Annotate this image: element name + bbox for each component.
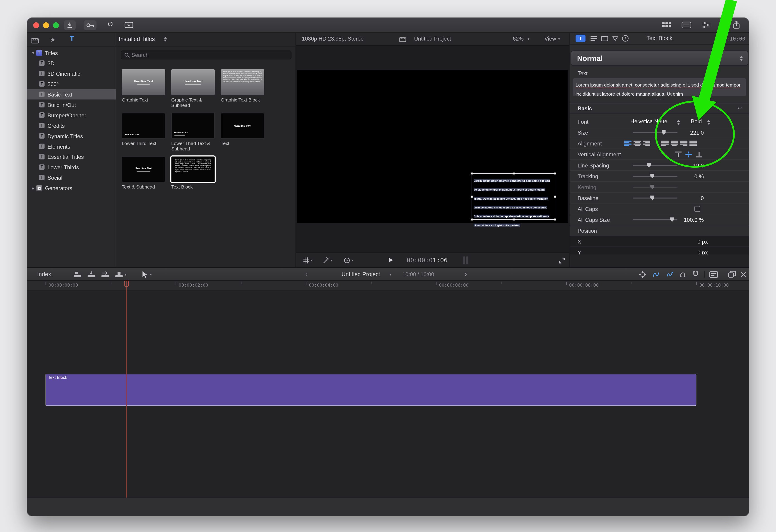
text-value-field[interactable]: Lorem ipsum dolor sit amet, consectetur …	[573, 78, 746, 96]
inspector-view-toggle[interactable]	[701, 21, 711, 31]
selection-handle[interactable]	[471, 172, 473, 175]
installed-titles-dropdown[interactable]: Installed Titles	[119, 36, 155, 42]
title-card-graphic-text[interactable]: Headline Text Graphic Text	[122, 69, 167, 103]
sidebar-item-lower-thirds[interactable]: TLower Thirds	[27, 162, 116, 172]
selection-handle[interactable]	[554, 196, 556, 198]
sidebar-item-dynamic-titles[interactable]: TDynamic Titles	[27, 131, 116, 141]
previous-project-button[interactable]: ‹	[305, 270, 308, 278]
sidebar-item-bumper-opener[interactable]: TBumper/Opener	[27, 110, 116, 120]
title-card-text[interactable]: Headline Text Text	[221, 113, 266, 146]
select-tool-button[interactable]	[141, 271, 149, 278]
overwrite-clip-button[interactable]	[115, 271, 123, 278]
sidebar-item-titles-root[interactable]: ▾ T Titles	[27, 47, 116, 58]
slider-knob[interactable]	[670, 217, 674, 222]
fullscreen-button[interactable]	[559, 257, 565, 266]
align-right-button[interactable]	[643, 141, 650, 146]
solo-toggle[interactable]	[679, 271, 687, 278]
y-value[interactable]: 0 px	[698, 249, 708, 254]
canvas-text-block[interactable]: Lorem ipsum dolor sit amet, consectetur …	[471, 173, 555, 220]
timeline-clip-text-block[interactable]: Text Block	[45, 374, 696, 406]
preset-dropdown[interactable]: Normal	[571, 50, 748, 66]
title-card-text-block-selected[interactable]: Lorem ipsum dolor sit amet, consectetur …	[171, 156, 217, 190]
skimming-toggle[interactable]	[652, 271, 660, 278]
browser-view-toggle[interactable]	[661, 21, 671, 31]
line-spacing-slider[interactable]	[633, 165, 678, 166]
sidebar-item-basic-text[interactable]: TBasic Text	[27, 89, 116, 100]
tracking-slider[interactable]	[633, 176, 678, 177]
sidebar-item-build-in-out[interactable]: TBuild In/Out	[27, 100, 116, 110]
retime-tool-button[interactable]	[343, 257, 350, 266]
titles-generators-tab[interactable]: T	[70, 35, 74, 43]
sidebar-item-essential-titles[interactable]: TEssential Titles	[27, 152, 116, 162]
timeline-ruler[interactable]: 00:00:00:00 00:00:02:00 00:00:04:00 00:0…	[27, 281, 749, 291]
title-card-text-subhead[interactable]: Headline Text Text & Subhead	[122, 156, 167, 190]
disclosure-open-icon[interactable]: ▾	[30, 50, 36, 55]
size-slider[interactable]	[633, 132, 678, 133]
close-timeline-icon[interactable]	[741, 271, 747, 278]
viewer-canvas[interactable]: Lorem ipsum dolor sit amet, consectetur …	[297, 70, 568, 223]
all-caps-size-slider[interactable]	[633, 219, 678, 220]
align-left-button[interactable]	[624, 141, 631, 146]
playhead-line[interactable]	[126, 281, 127, 498]
sidebar-item-credits[interactable]: TCredits	[27, 120, 116, 131]
media-tab[interactable]	[31, 37, 39, 45]
disclosure-closed-icon[interactable]: ▸	[30, 185, 36, 190]
zoom-button[interactable]	[53, 22, 59, 28]
search-input[interactable]	[131, 52, 288, 58]
timeline-track-area[interactable]: Text Block	[27, 291, 749, 498]
video-inspector-tab-icon[interactable]	[601, 36, 608, 41]
baseline-slider[interactable]	[633, 198, 678, 198]
photos-audio-tab[interactable]: ★	[50, 36, 56, 43]
duplicate-timeline-icon[interactable]	[728, 271, 736, 278]
color-inspector-tab-icon[interactable]	[612, 36, 619, 41]
slider-knob[interactable]	[650, 196, 654, 200]
slider-knob[interactable]	[650, 174, 654, 178]
selection-handle[interactable]	[513, 172, 515, 175]
selection-handle[interactable]	[513, 218, 515, 221]
selection-handle[interactable]	[471, 218, 473, 221]
title-card-graphic-text-block[interactable]: Lorem ipsum dolor sit amet, consectetur …	[221, 69, 266, 103]
audio-meters[interactable]	[463, 256, 468, 264]
baseline-value[interactable]: 0	[701, 195, 704, 201]
selection-handle[interactable]	[554, 172, 556, 175]
valign-top-button[interactable]	[674, 152, 682, 158]
sidebar-item-3d-cinematic[interactable]: T3D Cinematic	[27, 68, 116, 79]
title-card-lower-third-text-subhead[interactable]: Headline Text Lower Third Text & Subhead	[171, 113, 217, 152]
next-project-button[interactable]: ›	[465, 270, 467, 278]
all-caps-size-value[interactable]: 100.0 %	[684, 217, 704, 222]
justify-left-button[interactable]	[661, 141, 668, 146]
search-field[interactable]	[121, 50, 292, 59]
key-button[interactable]	[83, 20, 96, 30]
play-button[interactable]: ▶	[389, 256, 393, 263]
x-value[interactable]: 0 px	[698, 238, 708, 244]
clip-appearance-button[interactable]	[709, 271, 718, 278]
selection-handle[interactable]	[554, 218, 556, 221]
valign-bottom-button[interactable]	[696, 152, 703, 158]
size-value[interactable]: 221.0	[690, 129, 704, 135]
sidebar-item-3d[interactable]: T3D	[27, 58, 116, 68]
justify-full-button[interactable]	[690, 141, 697, 146]
sidebar-item-generators-root[interactable]: ▸ ◩ Generators	[27, 183, 116, 193]
text-inspector-tab[interactable]: T	[576, 35, 586, 42]
index-button[interactable]: Index	[37, 271, 51, 277]
slider-knob[interactable]	[661, 130, 665, 135]
snapping-toggle[interactable]	[692, 271, 700, 278]
reset-parameters-icon[interactable]: ↩	[738, 105, 742, 111]
title-card-lower-third-text[interactable]: Headline Text Lower Third Text	[122, 113, 167, 146]
selection-handle[interactable]	[471, 196, 473, 198]
append-clip-button[interactable]	[101, 271, 110, 278]
minimize-button[interactable]	[43, 22, 49, 28]
justify-center-button[interactable]	[671, 141, 678, 146]
sidebar-item-social[interactable]: TSocial	[27, 172, 116, 183]
undo-button[interactable]: ↺	[105, 20, 115, 31]
font-family-dropdown[interactable]: Helvetica Neue	[621, 118, 676, 124]
view-dropdown[interactable]: View	[545, 36, 556, 41]
text-format-tab-icon[interactable]	[590, 36, 597, 41]
timeline-view-toggle[interactable]	[682, 21, 692, 31]
download-button[interactable]	[64, 20, 76, 30]
share-button[interactable]	[732, 20, 741, 32]
field-resize-handle[interactable]: ····	[570, 97, 749, 101]
title-card-graphic-text-subhead[interactable]: Headline Text Graphic Text & Subhead	[171, 69, 217, 108]
effects-tool-button[interactable]	[323, 257, 330, 266]
valign-middle-button[interactable]	[685, 152, 693, 158]
